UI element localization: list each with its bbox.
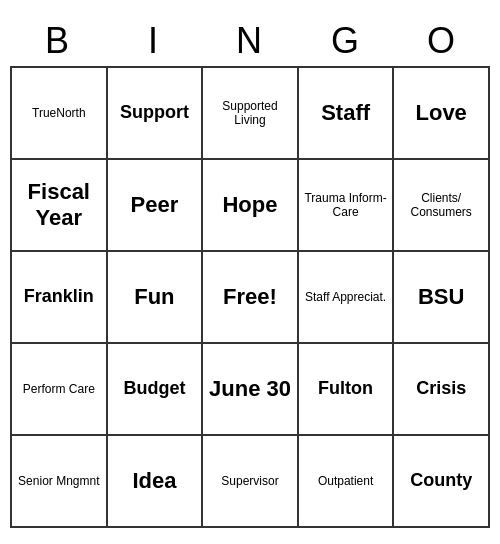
cell-label: Peer — [131, 192, 179, 218]
bingo-header: BINGO — [10, 16, 490, 66]
cell-label: Fiscal Year — [16, 179, 102, 232]
bingo-cell[interactable]: TrueNorth — [12, 68, 108, 160]
bingo-cell[interactable]: Perform Care — [12, 344, 108, 436]
bingo-cell[interactable]: June 30 — [203, 344, 299, 436]
cell-label: BSU — [418, 284, 464, 310]
bingo-cell[interactable]: BSU — [394, 252, 490, 344]
bingo-cell[interactable]: Supported Living — [203, 68, 299, 160]
bingo-cell[interactable]: Peer — [108, 160, 204, 252]
header-letter: O — [394, 16, 490, 66]
bingo-cell[interactable]: Budget — [108, 344, 204, 436]
bingo-cell[interactable]: Idea — [108, 436, 204, 528]
bingo-cell[interactable]: Crisis — [394, 344, 490, 436]
bingo-cell[interactable]: Love — [394, 68, 490, 160]
header-letter: G — [298, 16, 394, 66]
bingo-cell[interactable]: Outpatient — [299, 436, 395, 528]
bingo-cell[interactable]: Trauma Inform- Care — [299, 160, 395, 252]
bingo-card: BINGO TrueNorthSupportSupported LivingSt… — [10, 16, 490, 528]
cell-label: Franklin — [24, 286, 94, 308]
header-letter: B — [10, 16, 106, 66]
bingo-cell[interactable]: Fulton — [299, 344, 395, 436]
cell-label: Perform Care — [23, 382, 95, 396]
cell-label: Trauma Inform- Care — [303, 191, 389, 220]
cell-label: Free! — [223, 284, 277, 310]
cell-label: June 30 — [209, 376, 291, 402]
header-letter: N — [202, 16, 298, 66]
bingo-cell[interactable]: Staff — [299, 68, 395, 160]
cell-label: County — [410, 470, 472, 492]
bingo-cell[interactable]: Franklin — [12, 252, 108, 344]
bingo-cell[interactable]: County — [394, 436, 490, 528]
cell-label: TrueNorth — [32, 106, 86, 120]
cell-label: Fun — [134, 284, 174, 310]
bingo-cell[interactable]: Fiscal Year — [12, 160, 108, 252]
cell-label: Outpatient — [318, 474, 373, 488]
cell-label: Support — [120, 102, 189, 124]
cell-label: Crisis — [416, 378, 466, 400]
cell-label: Hope — [222, 192, 277, 218]
bingo-cell[interactable]: Staff Appreciat. — [299, 252, 395, 344]
bingo-cell[interactable]: Support — [108, 68, 204, 160]
bingo-cell[interactable]: Hope — [203, 160, 299, 252]
bingo-cell[interactable]: Supervisor — [203, 436, 299, 528]
cell-label: Love — [416, 100, 467, 126]
bingo-cell[interactable]: Fun — [108, 252, 204, 344]
cell-label: Senior Mngmnt — [18, 474, 99, 488]
cell-label: Supported Living — [207, 99, 293, 128]
cell-label: Fulton — [318, 378, 373, 400]
cell-label: Staff — [321, 100, 370, 126]
cell-label: Budget — [123, 378, 185, 400]
header-letter: I — [106, 16, 202, 66]
bingo-cell[interactable]: Clients/ Consumers — [394, 160, 490, 252]
bingo-cell[interactable]: Free! — [203, 252, 299, 344]
cell-label: Clients/ Consumers — [398, 191, 484, 220]
cell-label: Staff Appreciat. — [305, 290, 386, 304]
bingo-grid: TrueNorthSupportSupported LivingStaffLov… — [10, 66, 490, 528]
cell-label: Idea — [132, 468, 176, 494]
bingo-cell[interactable]: Senior Mngmnt — [12, 436, 108, 528]
cell-label: Supervisor — [221, 474, 278, 488]
